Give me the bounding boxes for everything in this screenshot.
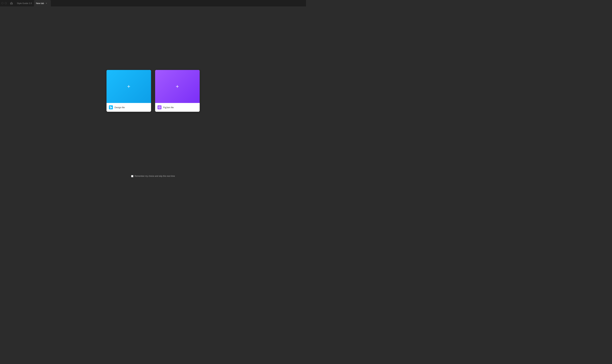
minimize-dot[interactable] — [5, 2, 7, 4]
tab-close-icon[interactable]: × — [45, 2, 48, 5]
figjam-card-footer: FigJam file — [155, 103, 200, 112]
design-card-label: Design file — [115, 106, 125, 109]
tab-style-guide-label: Style Guide 2.0 — [17, 2, 32, 5]
remember-bar: Remember my choice and skip this next ti… — [131, 175, 175, 177]
window-controls — [1, 2, 7, 4]
design-card-footer: Design file — [107, 103, 151, 112]
figjam-file-card[interactable]: + FigJam file — [155, 70, 200, 112]
home-button[interactable] — [9, 1, 14, 6]
close-dot[interactable] — [1, 2, 3, 4]
figjam-file-icon — [157, 105, 162, 109]
design-file-icon — [109, 105, 113, 109]
figjam-plus-icon: + — [176, 84, 179, 89]
tab-bar: Style Guide 2.0 New tab × — [0, 0, 306, 6]
design-file-card[interactable]: + Design file — [107, 70, 151, 112]
design-plus-icon: + — [127, 84, 130, 89]
cards-container: + Design file + — [107, 70, 200, 112]
svg-point-1 — [159, 107, 160, 108]
main-content: + Design file + — [0, 6, 306, 182]
tab-new-tab-label: New tab — [36, 2, 44, 5]
svg-point-0 — [111, 107, 112, 108]
figjam-card-preview: + — [155, 70, 200, 103]
figjam-card-label: FigJam file — [163, 106, 174, 109]
design-card-preview: + — [107, 70, 151, 103]
remember-label[interactable]: Remember my choice and skip this next ti… — [135, 175, 175, 177]
tab-new-tab[interactable]: New tab × — [34, 0, 51, 6]
remember-checkbox[interactable] — [131, 175, 133, 177]
tab-style-guide[interactable]: Style Guide 2.0 — [15, 0, 34, 6]
